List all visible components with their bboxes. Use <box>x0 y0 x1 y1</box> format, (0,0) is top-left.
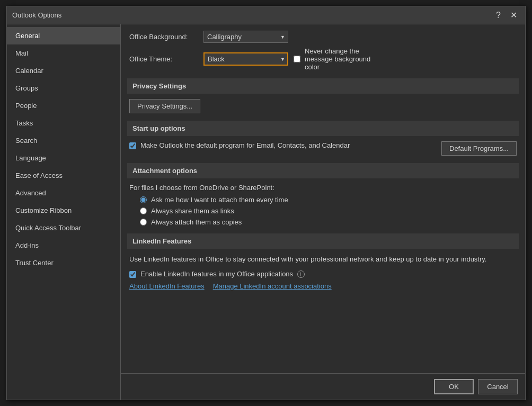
attachment-radio-3[interactable] <box>140 219 147 225</box>
attachment-description: For files I choose from OneDrive or Shar… <box>129 184 517 192</box>
never-change-label: Never change the message background colo… <box>305 47 379 71</box>
attachment-options-content: For files I choose from OneDrive or Shar… <box>129 184 517 226</box>
attachment-option-3: Always attach them as copies <box>129 218 517 226</box>
office-theme-row: Office Theme: Black Dark Gray Colorful W… <box>129 47 517 71</box>
default-programs-button[interactable]: Default Programs... <box>441 141 517 156</box>
content-area: Office Background: Calligraphy No Backgr… <box>121 24 525 400</box>
linkedin-enable-checkbox[interactable] <box>129 271 136 278</box>
sidebar-item-trust-center[interactable]: Trust Center <box>7 254 120 272</box>
office-background-row: Office Background: Calligraphy No Backgr… <box>129 31 517 43</box>
attachment-options-header: Attachment options <box>127 163 519 178</box>
linkedin-features-content: Use LinkedIn features in Office to stay … <box>129 254 517 290</box>
sidebar-item-general[interactable]: General <box>7 27 120 44</box>
linkedin-enable-row: Enable LinkedIn features in my Office ap… <box>129 270 517 278</box>
sidebar-item-groups[interactable]: Groups <box>7 79 120 97</box>
linkedin-info-icon[interactable]: i <box>297 270 305 278</box>
ok-button[interactable]: OK <box>434 379 474 394</box>
office-background-select[interactable]: Calligraphy No Background Circles and St… <box>203 31 288 43</box>
never-change-row: Never change the message background colo… <box>294 47 379 71</box>
attachment-option-1: Ask me how I want to attach them every t… <box>129 196 517 204</box>
dialog-title: Outlook Options <box>12 11 61 19</box>
sidebar-item-advanced[interactable]: Advanced <box>7 184 120 202</box>
sidebar-item-quick-access-toolbar[interactable]: Quick Access Toolbar <box>7 219 120 237</box>
title-bar: Outlook Options ? ✕ <box>7 6 525 24</box>
office-theme-select-wrapper: Black Dark Gray Colorful White <box>203 52 288 66</box>
about-linkedin-link[interactable]: About LinkedIn Features <box>129 282 205 290</box>
office-background-label: Office Background: <box>129 33 203 41</box>
privacy-settings-button[interactable]: Privacy Settings... <box>129 99 200 113</box>
dialog-footer: OK Cancel <box>121 373 525 400</box>
privacy-settings-content: Privacy Settings... <box>129 99 517 113</box>
attachment-option-2: Always share them as links <box>129 207 517 215</box>
linkedin-enable-label: Enable LinkedIn features in my Office ap… <box>140 270 305 278</box>
title-bar-controls: ? ✕ <box>493 9 520 21</box>
sidebar-item-customize-ribbon[interactable]: Customize Ribbon <box>7 202 120 219</box>
sidebar-item-search[interactable]: Search <box>7 132 120 149</box>
help-button[interactable]: ? <box>493 10 503 21</box>
attachment-radio-2[interactable] <box>140 207 147 214</box>
never-change-checkbox[interactable] <box>294 56 300 62</box>
privacy-settings-header: Privacy Settings <box>127 78 519 94</box>
sidebar-item-language[interactable]: Language <box>7 149 120 167</box>
sidebar-item-mail[interactable]: Mail <box>7 44 120 62</box>
manage-linkedin-link[interactable]: Manage LinkedIn account associations <box>213 282 332 290</box>
startup-options-header: Start up options <box>127 121 519 136</box>
attachment-radio-1[interactable] <box>140 196 147 203</box>
linkedin-features-header: LinkedIn Features <box>127 233 519 249</box>
office-background-select-wrapper: Calligraphy No Background Circles and St… <box>203 31 288 43</box>
dialog-body: General Mail Calendar Groups People Task… <box>7 24 525 400</box>
attachment-label-1: Ask me how I want to attach them every t… <box>151 196 288 204</box>
sidebar-item-people[interactable]: People <box>7 97 120 114</box>
outlook-options-dialog: Outlook Options ? ✕ General Mail Calenda… <box>6 6 526 400</box>
default-program-label: Make Outlook the default program for Ema… <box>140 141 350 149</box>
attachment-label-3: Always attach them as copies <box>151 218 242 226</box>
close-button[interactable]: ✕ <box>508 9 520 21</box>
default-program-checkbox[interactable] <box>129 142 136 149</box>
linkedin-links-row: About LinkedIn Features Manage LinkedIn … <box>129 282 517 290</box>
sidebar-item-add-ins[interactable]: Add-ins <box>7 237 120 254</box>
sidebar-item-calendar[interactable]: Calendar <box>7 62 120 79</box>
sidebar-item-tasks[interactable]: Tasks <box>7 114 120 132</box>
attachment-label-2: Always share them as links <box>151 207 234 215</box>
startup-options-content: Make Outlook the default program for Ema… <box>129 141 517 156</box>
cancel-button[interactable]: Cancel <box>478 379 518 394</box>
office-theme-select[interactable]: Black Dark Gray Colorful White <box>203 52 288 66</box>
sidebar-item-ease-of-access[interactable]: Ease of Access <box>7 167 120 184</box>
startup-text: Make Outlook the default program for Ema… <box>129 141 436 154</box>
content-scroll: Office Background: Calligraphy No Backgr… <box>121 24 525 373</box>
default-program-row: Make Outlook the default program for Ema… <box>129 141 436 149</box>
office-theme-label: Office Theme: <box>129 55 203 63</box>
sidebar: General Mail Calendar Groups People Task… <box>7 24 121 400</box>
linkedin-description: Use LinkedIn features in Office to stay … <box>129 254 517 265</box>
